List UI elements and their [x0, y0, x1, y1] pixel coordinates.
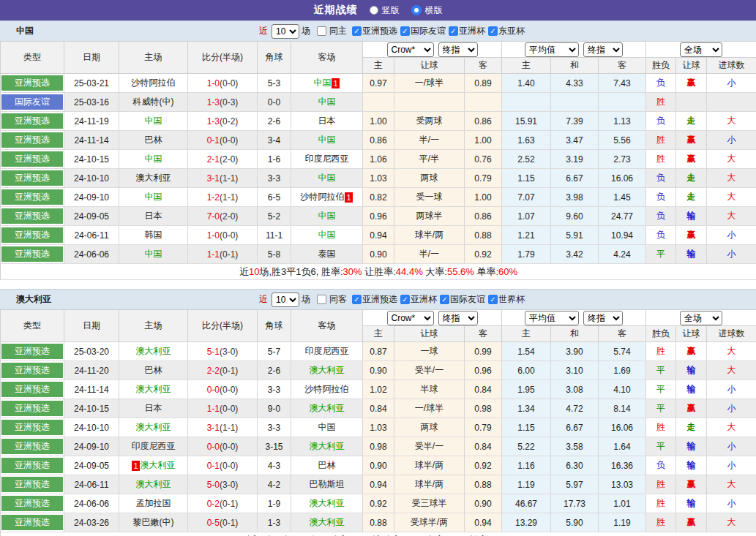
average-odds-value: 1.16 [502, 456, 551, 475]
team-name: 日本 [145, 211, 162, 221]
handicap-result: 输 [676, 437, 707, 456]
match-type-badge: 亚洲预选 [1, 208, 63, 224]
average-select[interactable]: 平均值 [525, 42, 579, 57]
near-count-select[interactable]: 10 [272, 24, 299, 39]
checkbox-icon[interactable]: ✓ [488, 295, 498, 304]
halftime-score: (1-1) [220, 173, 238, 184]
team-cell: 中国 [291, 131, 363, 150]
checkbox-icon[interactable]: ✓ [352, 26, 362, 36]
match-row: 亚洲预选24-11-14巴林0-1(0-0)3-4中国0.86半/一1.001.… [1, 131, 756, 150]
same-home-checkbox[interactable] [317, 26, 326, 36]
checkbox-icon[interactable]: ✓ [488, 26, 498, 36]
summary-text-australia: 近10场,胜5平4负1, 胜率:50% 让胜率:40% 大率:50% 单率:30… [1, 532, 756, 536]
sub-avg-home: 主 [502, 58, 551, 74]
team-cell: 澳大利亚 [291, 494, 363, 513]
fulltime-score: 3-1 [207, 173, 220, 184]
checkbox-icon[interactable]: ✓ [400, 295, 410, 304]
odds-stage-select[interactable]: 终指 [438, 311, 478, 325]
handicap-result: 赢 [676, 131, 707, 150]
bookmaker-select[interactable]: Crow* [387, 311, 434, 325]
radio-checked-icon[interactable] [411, 5, 422, 15]
odds-value: 1.03 [363, 169, 394, 188]
score-cell: 0-2(0-1) [188, 494, 258, 513]
team-cell: 沙特阿拉伯 [119, 74, 188, 93]
fulltime-score: 1-0 [207, 78, 220, 88]
competition-label: 亚洲预选 [362, 293, 397, 306]
competition-filter[interactable]: ✓亚洲杯 [446, 25, 485, 37]
match-type-badge: 亚洲预选 [1, 246, 63, 262]
odds-value: 0.94 [363, 475, 394, 494]
handicap-result-value: 赢 [687, 479, 696, 489]
handicap-line: 两球半 [394, 207, 465, 226]
team-cell: 中国 [291, 169, 363, 188]
handicap-result-value: 输 [687, 211, 696, 221]
radio-unchecked-icon[interactable] [370, 6, 378, 15]
same-away-checkbox[interactable] [317, 295, 326, 304]
checkbox-icon[interactable]: ✓ [449, 26, 458, 36]
handicap-line: 一球 [394, 342, 465, 361]
bookmaker-select[interactable]: Crow* [387, 42, 434, 57]
match-type-cell: 亚洲预选 [1, 456, 64, 475]
full-match-select[interactable]: 全场 [680, 42, 722, 57]
average-odds-value: 16.36 [599, 456, 646, 475]
score-cell: 0-1(0-0) [188, 456, 258, 475]
match-date: 24-03-26 [64, 513, 119, 532]
goals-result-value: 小 [727, 498, 736, 508]
match-result: 平 [646, 245, 676, 264]
competition-filter[interactable]: ✓亚洲预选 [349, 293, 397, 306]
handicap-line: 两球 [394, 169, 465, 188]
score-cell: 2-1(2-0) [188, 150, 258, 169]
team-name: 日本 [318, 116, 336, 126]
summary-row: 近10场,胜5平4负1, 胜率:50% 让胜率:40% 大率:50% 单率:30… [1, 532, 756, 536]
handicap-line: 受一球 [394, 188, 465, 207]
average-odds-value: 5.56 [599, 131, 646, 150]
match-row: 亚洲预选24-03-26黎巴嫩(中)0-5(0-1)1-3澳大利亚0.88受球半… [1, 513, 756, 532]
match-type-cell: 亚洲预选 [1, 226, 64, 245]
corner-count: 2-6 [258, 112, 291, 131]
average-stage-select[interactable]: 终指 [583, 42, 623, 57]
team-name: 泰国 [318, 249, 336, 259]
corner-count: 3-3 [258, 380, 291, 399]
halftime-score: (0-1) [220, 249, 238, 260]
team-name: 中国 [318, 135, 336, 145]
team-name: 孟加拉国 [136, 498, 171, 508]
layout-radio-vertical[interactable]: 竖版 [370, 4, 400, 17]
near-count-select[interactable]: 10 [272, 292, 299, 307]
odds-stage-select[interactable]: 终指 [438, 42, 478, 57]
average-stage-select[interactable]: 终指 [583, 311, 623, 325]
odds-value: 0.86 [465, 112, 502, 131]
match-type-cell: 亚洲预选 [1, 342, 64, 361]
match-row: 亚洲预选24-10-10澳大利亚3-1(1-1)3-3中国1.03两球0.791… [1, 169, 756, 188]
competition-filter[interactable]: ✓东亚杯 [485, 25, 525, 37]
layout-radio-horizontal[interactable]: 横版 [411, 4, 443, 17]
fulltime-score: 0-1 [207, 461, 220, 471]
average-odds-value: 1.79 [502, 245, 551, 264]
handicap-result-value: 输 [687, 441, 696, 451]
average-select[interactable]: 平均值 [525, 311, 579, 325]
team-name: 日本 [145, 403, 162, 413]
checkbox-icon[interactable]: ✓ [400, 26, 410, 36]
checkbox-icon[interactable]: ✓ [352, 295, 362, 304]
competition-filter[interactable]: ✓亚洲预选 [349, 25, 397, 37]
match-result-value: 胜 [656, 135, 665, 145]
handicap-line: 半/一 [394, 131, 465, 150]
fulltime-score: 5-0 [207, 480, 220, 490]
fulltime-score: 1-2 [207, 192, 220, 203]
filters-china: 近 10 场 同主 ✓亚洲预选✓国际友谊✓亚洲杯✓东亚杯 [259, 24, 525, 39]
competition-filter[interactable]: ✓国际友谊 [397, 25, 446, 37]
average-odds-value: 2.52 [502, 150, 551, 169]
odds-value: 0.89 [465, 74, 502, 93]
full-match-select[interactable]: 全场 [680, 311, 722, 325]
team-name: 韩国 [145, 230, 162, 240]
average-odds-value: 1.01 [599, 494, 646, 513]
average-odds-value: 46.67 [502, 494, 551, 513]
competition-filter[interactable]: ✓国际友谊 [437, 293, 485, 306]
competition-filter[interactable]: ✓世界杯 [485, 293, 525, 306]
competition-filter[interactable]: ✓亚洲杯 [397, 293, 437, 306]
goals-result: 大 [707, 475, 756, 494]
average-odds-value: 3.08 [551, 380, 599, 399]
match-row: 亚洲预选25-03-21沙特阿拉伯1-0(0-0)5-3中国10.97一/球半0… [1, 74, 756, 93]
match-result: 胜 [646, 513, 676, 532]
checkbox-icon[interactable]: ✓ [440, 295, 449, 304]
match-type-badge: 国际友谊 [1, 94, 63, 110]
